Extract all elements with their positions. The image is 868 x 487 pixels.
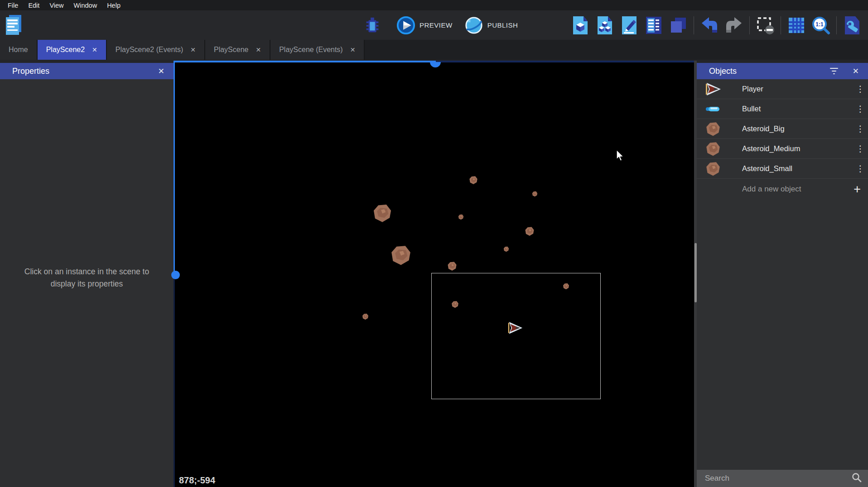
plus-icon: +	[854, 182, 861, 196]
asteroid-instance[interactable]	[447, 261, 457, 273]
tab-label: PlayScene2 (Events)	[116, 46, 183, 54]
properties-panel-title: Properties	[12, 67, 155, 76]
object-menu-icon[interactable]: ⋮	[853, 85, 868, 93]
tab-label: PlayScene2	[46, 46, 85, 54]
properties-close-icon[interactable]: ✕	[155, 66, 167, 77]
asteroid-instance[interactable]	[390, 244, 412, 268]
tab-close-icon[interactable]: ✕	[256, 46, 261, 53]
delete-selection-icon[interactable]	[755, 15, 775, 35]
object-name: Asteroid_Small	[742, 164, 853, 173]
asteroid-instance[interactable]	[525, 226, 535, 238]
object-name: Bullet	[742, 105, 853, 113]
svg-text:1:1: 1:1	[815, 21, 824, 28]
objects-panel-title: Objects	[709, 67, 830, 76]
asteroid-instance[interactable]	[469, 176, 478, 186]
tab-close-icon[interactable]: ✕	[190, 46, 196, 53]
object-row-bullet[interactable]: Bullet⋮	[697, 99, 868, 119]
toolbar-separator	[781, 16, 781, 34]
tab-close-icon[interactable]: ✕	[350, 46, 356, 53]
properties-panel-header: Properties ✕	[0, 63, 174, 79]
cursor-coordinates: 878;-594	[179, 475, 215, 486]
preview-label: PREVIEW	[420, 21, 453, 29]
canvas-scrollbar[interactable]	[694, 61, 697, 487]
objects-panel-header: Objects ✕	[697, 63, 868, 79]
grid-icon[interactable]	[786, 15, 806, 35]
toolbar-separator	[836, 16, 837, 34]
toolbar-separator	[749, 16, 750, 34]
search-icon	[852, 473, 862, 484]
object-menu-icon[interactable]: ⋮	[853, 105, 868, 113]
filter-icon[interactable]	[830, 68, 838, 75]
object-row-asteroid_medium[interactable]: Asteroid_Medium⋮	[697, 139, 868, 159]
scrollbar-thumb[interactable]	[694, 243, 697, 302]
tab-home[interactable]: Home	[0, 40, 38, 60]
toolbar-right: 1:1	[568, 10, 864, 40]
toolbar-separator	[694, 16, 694, 34]
tab-playscene-events-[interactable]: PlayScene (Events)✕	[270, 40, 365, 60]
properties-pencil-icon[interactable]	[619, 15, 639, 35]
tab-playscene2[interactable]: PlayScene2✕	[38, 40, 107, 60]
menu-item-window[interactable]: Window	[69, 0, 102, 10]
object-row-player[interactable]: Player⋮	[697, 79, 868, 99]
object-name: Player	[742, 85, 853, 93]
play-icon	[396, 16, 415, 35]
object-row-asteroid_big[interactable]: Asteroid_Big⋮	[697, 119, 868, 139]
tab-close-icon[interactable]: ✕	[92, 46, 97, 53]
search-input[interactable]	[697, 474, 852, 483]
asteroid-instance[interactable]	[362, 313, 369, 322]
instances-list-icon[interactable]	[644, 15, 664, 35]
asteroid-instance[interactable]	[451, 301, 459, 310]
menu-bar: FileEditViewWindowHelp	[0, 0, 868, 10]
properties-empty-message: Click on an instance in the scene to dis…	[0, 266, 174, 290]
properties-panel: Properties ✕ Click on an instance in the…	[0, 63, 174, 487]
layers-icon[interactable]	[668, 15, 688, 35]
objects-search-bar	[697, 470, 868, 487]
debugger-bug-icon	[363, 16, 382, 35]
objects-close-icon[interactable]: ✕	[850, 66, 862, 77]
undo-icon[interactable]	[699, 15, 719, 35]
asteroid-instance[interactable]	[532, 191, 538, 199]
asteroid-instance[interactable]	[503, 246, 509, 254]
tab-playscene[interactable]: PlayScene✕	[205, 40, 270, 60]
publish-button[interactable]: PUBLISH	[464, 16, 518, 35]
app-logo-icon[interactable]	[4, 14, 23, 36]
left-splitter-handle[interactable]	[171, 271, 180, 279]
tab-bar: HomePlayScene2✕PlayScene2 (Events)✕PlayS…	[0, 40, 868, 60]
toolbar-center: PREVIEW PUBLISH	[360, 10, 518, 40]
menu-item-file[interactable]: File	[3, 0, 23, 10]
publish-label: PUBLISH	[487, 21, 518, 29]
object-groups-icon[interactable]	[595, 15, 615, 35]
zoom-1-1-icon[interactable]: 1:1	[811, 15, 831, 35]
menu-item-view[interactable]: View	[44, 0, 68, 10]
asteroid-icon	[703, 121, 723, 137]
tab-label: PlayScene	[214, 46, 249, 54]
object-name: Asteroid_Medium	[742, 144, 853, 153]
object-menu-icon[interactable]: ⋮	[853, 144, 868, 153]
preview-button[interactable]: PREVIEW	[396, 16, 453, 35]
asteroid-icon	[703, 161, 723, 177]
asteroid-instance[interactable]	[372, 203, 392, 225]
globe-icon	[464, 16, 483, 35]
player-instance[interactable]	[506, 321, 524, 336]
objects-editor-icon[interactable]	[570, 15, 590, 35]
tab-label: Home	[9, 46, 28, 54]
redo-icon[interactable]	[724, 15, 744, 35]
debugger-button[interactable]	[362, 15, 382, 35]
menu-item-help[interactable]: Help	[102, 0, 125, 10]
tab-label: PlayScene (Events)	[279, 46, 343, 54]
object-row-asteroid_small[interactable]: Asteroid_Small⋮	[697, 159, 868, 179]
object-menu-icon[interactable]: ⋮	[853, 164, 868, 173]
asteroid-instance[interactable]	[458, 214, 464, 222]
asteroid-instance[interactable]	[563, 283, 569, 291]
scene-canvas[interactable]: 878;-594	[175, 61, 694, 487]
objects-panel: Objects ✕ Player⋮Bullet⋮Asteroid_Big⋮Ast…	[697, 63, 868, 487]
objects-list: Player⋮Bullet⋮Asteroid_Big⋮Asteroid_Medi…	[697, 79, 868, 179]
tab-playscene2-events-[interactable]: PlayScene2 (Events)✕	[107, 40, 205, 60]
project-settings-icon[interactable]	[842, 15, 862, 35]
asteroid-icon	[703, 141, 723, 157]
menu-item-edit[interactable]: Edit	[23, 0, 44, 10]
object-menu-icon[interactable]: ⋮	[853, 124, 868, 133]
gdevelop-window: FileEditViewWindowHelp	[0, 0, 868, 487]
add-object-button[interactable]: Add a new object +	[697, 179, 868, 200]
top-splitter-handle[interactable]	[430, 62, 441, 67]
